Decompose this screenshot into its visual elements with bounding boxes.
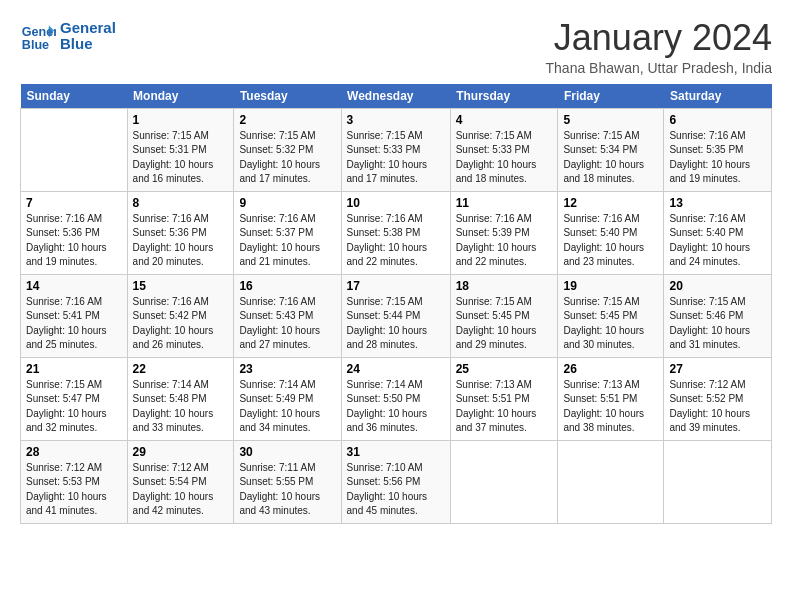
calendar-cell: [558, 440, 664, 523]
day-detail: Sunrise: 7:15 AMSunset: 5:45 PMDaylight:…: [563, 296, 644, 351]
day-number: 16: [239, 279, 335, 293]
week-row-3: 14 Sunrise: 7:16 AMSunset: 5:41 PMDaylig…: [21, 274, 772, 357]
day-number: 10: [347, 196, 445, 210]
calendar-cell: 16 Sunrise: 7:16 AMSunset: 5:43 PMDaylig…: [234, 274, 341, 357]
day-number: 26: [563, 362, 658, 376]
day-detail: Sunrise: 7:16 AMSunset: 5:43 PMDaylight:…: [239, 296, 320, 351]
calendar-cell: 17 Sunrise: 7:15 AMSunset: 5:44 PMDaylig…: [341, 274, 450, 357]
logo-blue: Blue: [60, 36, 116, 53]
day-number: 23: [239, 362, 335, 376]
col-saturday: Saturday: [664, 84, 772, 109]
title-block: January 2024 Thana Bhawan, Uttar Pradesh…: [546, 18, 772, 76]
calendar-cell: 19 Sunrise: 7:15 AMSunset: 5:45 PMDaylig…: [558, 274, 664, 357]
col-monday: Monday: [127, 84, 234, 109]
day-detail: Sunrise: 7:14 AMSunset: 5:49 PMDaylight:…: [239, 379, 320, 434]
day-detail: Sunrise: 7:15 AMSunset: 5:33 PMDaylight:…: [347, 130, 428, 185]
day-detail: Sunrise: 7:12 AMSunset: 5:53 PMDaylight:…: [26, 462, 107, 517]
day-number: 1: [133, 113, 229, 127]
col-sunday: Sunday: [21, 84, 128, 109]
day-number: 6: [669, 113, 766, 127]
day-detail: Sunrise: 7:11 AMSunset: 5:55 PMDaylight:…: [239, 462, 320, 517]
week-row-5: 28 Sunrise: 7:12 AMSunset: 5:53 PMDaylig…: [21, 440, 772, 523]
week-row-2: 7 Sunrise: 7:16 AMSunset: 5:36 PMDayligh…: [21, 191, 772, 274]
calendar-cell: 29 Sunrise: 7:12 AMSunset: 5:54 PMDaylig…: [127, 440, 234, 523]
calendar-cell: 13 Sunrise: 7:16 AMSunset: 5:40 PMDaylig…: [664, 191, 772, 274]
calendar-cell: 15 Sunrise: 7:16 AMSunset: 5:42 PMDaylig…: [127, 274, 234, 357]
week-row-4: 21 Sunrise: 7:15 AMSunset: 5:47 PMDaylig…: [21, 357, 772, 440]
calendar-table: Sunday Monday Tuesday Wednesday Thursday…: [20, 84, 772, 524]
calendar-cell: 4 Sunrise: 7:15 AMSunset: 5:33 PMDayligh…: [450, 108, 558, 191]
day-number: 13: [669, 196, 766, 210]
calendar-cell: 10 Sunrise: 7:16 AMSunset: 5:38 PMDaylig…: [341, 191, 450, 274]
day-number: 22: [133, 362, 229, 376]
calendar-cell: 22 Sunrise: 7:14 AMSunset: 5:48 PMDaylig…: [127, 357, 234, 440]
calendar-cell: 31 Sunrise: 7:10 AMSunset: 5:56 PMDaylig…: [341, 440, 450, 523]
calendar-cell: 3 Sunrise: 7:15 AMSunset: 5:33 PMDayligh…: [341, 108, 450, 191]
day-number: 7: [26, 196, 122, 210]
day-number: 25: [456, 362, 553, 376]
day-detail: Sunrise: 7:16 AMSunset: 5:36 PMDaylight:…: [26, 213, 107, 268]
calendar-cell: [450, 440, 558, 523]
day-detail: Sunrise: 7:16 AMSunset: 5:40 PMDaylight:…: [669, 213, 750, 268]
day-number: 11: [456, 196, 553, 210]
header-row: Sunday Monday Tuesday Wednesday Thursday…: [21, 84, 772, 109]
calendar-cell: 7 Sunrise: 7:16 AMSunset: 5:36 PMDayligh…: [21, 191, 128, 274]
day-number: 4: [456, 113, 553, 127]
day-number: 24: [347, 362, 445, 376]
calendar-cell: [21, 108, 128, 191]
calendar-cell: 20 Sunrise: 7:15 AMSunset: 5:46 PMDaylig…: [664, 274, 772, 357]
day-detail: Sunrise: 7:12 AMSunset: 5:52 PMDaylight:…: [669, 379, 750, 434]
day-detail: Sunrise: 7:16 AMSunset: 5:37 PMDaylight:…: [239, 213, 320, 268]
day-detail: Sunrise: 7:14 AMSunset: 5:48 PMDaylight:…: [133, 379, 214, 434]
calendar-cell: 6 Sunrise: 7:16 AMSunset: 5:35 PMDayligh…: [664, 108, 772, 191]
calendar-cell: [664, 440, 772, 523]
day-detail: Sunrise: 7:16 AMSunset: 5:41 PMDaylight:…: [26, 296, 107, 351]
day-detail: Sunrise: 7:16 AMSunset: 5:36 PMDaylight:…: [133, 213, 214, 268]
day-number: 29: [133, 445, 229, 459]
col-tuesday: Tuesday: [234, 84, 341, 109]
day-detail: Sunrise: 7:15 AMSunset: 5:31 PMDaylight:…: [133, 130, 214, 185]
day-detail: Sunrise: 7:16 AMSunset: 5:38 PMDaylight:…: [347, 213, 428, 268]
day-number: 5: [563, 113, 658, 127]
calendar-cell: 27 Sunrise: 7:12 AMSunset: 5:52 PMDaylig…: [664, 357, 772, 440]
day-detail: Sunrise: 7:16 AMSunset: 5:42 PMDaylight:…: [133, 296, 214, 351]
day-number: 8: [133, 196, 229, 210]
calendar-cell: 21 Sunrise: 7:15 AMSunset: 5:47 PMDaylig…: [21, 357, 128, 440]
day-number: 31: [347, 445, 445, 459]
calendar-cell: 9 Sunrise: 7:16 AMSunset: 5:37 PMDayligh…: [234, 191, 341, 274]
week-row-1: 1 Sunrise: 7:15 AMSunset: 5:31 PMDayligh…: [21, 108, 772, 191]
day-detail: Sunrise: 7:15 AMSunset: 5:47 PMDaylight:…: [26, 379, 107, 434]
calendar-cell: 5 Sunrise: 7:15 AMSunset: 5:34 PMDayligh…: [558, 108, 664, 191]
day-number: 12: [563, 196, 658, 210]
calendar-cell: 28 Sunrise: 7:12 AMSunset: 5:53 PMDaylig…: [21, 440, 128, 523]
day-detail: Sunrise: 7:16 AMSunset: 5:35 PMDaylight:…: [669, 130, 750, 185]
header: General Blue General Blue January 2024 T…: [20, 18, 772, 76]
calendar-cell: 26 Sunrise: 7:13 AMSunset: 5:51 PMDaylig…: [558, 357, 664, 440]
day-detail: Sunrise: 7:16 AMSunset: 5:39 PMDaylight:…: [456, 213, 537, 268]
day-detail: Sunrise: 7:15 AMSunset: 5:45 PMDaylight:…: [456, 296, 537, 351]
calendar-cell: 24 Sunrise: 7:14 AMSunset: 5:50 PMDaylig…: [341, 357, 450, 440]
day-detail: Sunrise: 7:15 AMSunset: 5:34 PMDaylight:…: [563, 130, 644, 185]
day-number: 21: [26, 362, 122, 376]
day-detail: Sunrise: 7:13 AMSunset: 5:51 PMDaylight:…: [563, 379, 644, 434]
logo-icon: General Blue: [20, 18, 56, 54]
day-number: 17: [347, 279, 445, 293]
day-number: 19: [563, 279, 658, 293]
day-number: 20: [669, 279, 766, 293]
day-number: 30: [239, 445, 335, 459]
calendar-cell: 18 Sunrise: 7:15 AMSunset: 5:45 PMDaylig…: [450, 274, 558, 357]
day-detail: Sunrise: 7:16 AMSunset: 5:40 PMDaylight:…: [563, 213, 644, 268]
calendar-cell: 1 Sunrise: 7:15 AMSunset: 5:31 PMDayligh…: [127, 108, 234, 191]
day-detail: Sunrise: 7:15 AMSunset: 5:46 PMDaylight:…: [669, 296, 750, 351]
calendar-cell: 23 Sunrise: 7:14 AMSunset: 5:49 PMDaylig…: [234, 357, 341, 440]
logo: General Blue General Blue: [20, 18, 116, 54]
day-detail: Sunrise: 7:15 AMSunset: 5:44 PMDaylight:…: [347, 296, 428, 351]
calendar-cell: 2 Sunrise: 7:15 AMSunset: 5:32 PMDayligh…: [234, 108, 341, 191]
day-number: 14: [26, 279, 122, 293]
calendar-cell: 11 Sunrise: 7:16 AMSunset: 5:39 PMDaylig…: [450, 191, 558, 274]
day-number: 15: [133, 279, 229, 293]
svg-text:Blue: Blue: [22, 38, 49, 52]
logo-general: General: [60, 20, 116, 37]
location-subtitle: Thana Bhawan, Uttar Pradesh, India: [546, 60, 772, 76]
day-number: 3: [347, 113, 445, 127]
